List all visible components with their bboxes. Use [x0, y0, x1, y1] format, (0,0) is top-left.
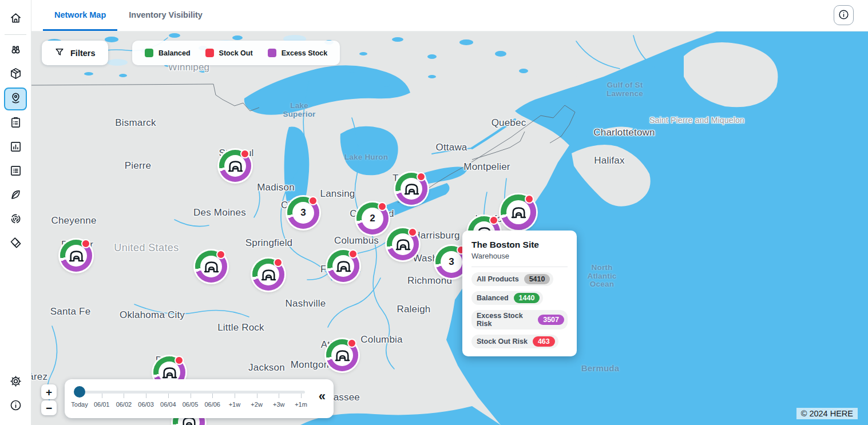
tooltip-metric-label: Balanced — [477, 294, 509, 302]
sidebar-item-insights[interactable] — [5, 137, 26, 158]
tab-inventory-visibility[interactable]: Inventory Visibility — [117, 0, 214, 31]
tab-network-map[interactable]: Network Map — [43, 0, 117, 31]
sidebar-item-demand-planning[interactable] — [5, 39, 26, 61]
tooltip-divider — [471, 267, 568, 267]
tooltip-row: Stock Out Risk463 — [471, 335, 568, 348]
map-site-marker[interactable] — [195, 251, 227, 283]
zoom-out-button[interactable]: − — [41, 400, 57, 415]
funnel-icon — [54, 47, 65, 59]
location-pin-icon — [9, 92, 22, 107]
map-label: Richmond — [407, 276, 452, 286]
warehouse-icon — [401, 178, 422, 200]
sidebar-item-plans[interactable] — [5, 113, 26, 134]
map-label: Little Rock — [217, 323, 264, 333]
sidebar-item-info[interactable] — [5, 395, 26, 417]
map-site-marker[interactable] — [501, 194, 536, 230]
timeline-tick — [102, 394, 102, 398]
sidebar-item-settings[interactable] — [5, 371, 26, 393]
timeline-tick — [191, 394, 191, 398]
timeline-label[interactable]: +1m — [295, 401, 307, 408]
topbar: Network Map Inventory Visibility — [31, 0, 868, 31]
map-label: Columbia — [360, 335, 402, 345]
stock-out-indicator-dot — [216, 250, 225, 259]
tooltip-rows: All Products5410Balanced1440Excess Stock… — [471, 272, 568, 348]
warehouse-icon — [506, 200, 530, 224]
sidebar-item-tracking[interactable] — [5, 209, 26, 231]
filters-button[interactable]: Filters — [42, 41, 108, 65]
clipboard-icon — [9, 116, 22, 132]
tooltip-metric-pill: Excess Stock Risk3507 — [471, 310, 568, 329]
timeline-label[interactable]: 06/02 — [116, 401, 132, 408]
header-info-button[interactable] — [834, 5, 854, 25]
map-site-marker[interactable] — [395, 173, 427, 205]
map-site-marker[interactable] — [326, 339, 358, 371]
timeline-label[interactable]: 06/04 — [160, 401, 176, 408]
network-map-canvas[interactable]: WinnipegBismarckPierreCheyenneDenverSant… — [31, 31, 868, 425]
stock-out-indicator-dot — [525, 194, 534, 204]
map-label: Jackson — [248, 363, 285, 373]
timeline-label[interactable]: Today — [71, 401, 88, 408]
timeline-label[interactable]: 06/06 — [204, 401, 220, 408]
map-label: Lake Huron — [344, 153, 388, 162]
gear-icon — [9, 375, 22, 390]
map-label: North Atlantic Ocean — [587, 264, 616, 289]
map-label: Charlottetown — [593, 128, 655, 138]
legend-label: Stock Out — [219, 49, 253, 57]
timeline-label[interactable]: 06/01 — [94, 401, 110, 408]
stock-out-indicator-dot — [175, 356, 184, 365]
timeline-tick — [235, 394, 235, 398]
sidebar-item-network-map[interactable] — [4, 88, 27, 110]
sidebar-item-work-orders[interactable] — [5, 161, 26, 182]
cluster-count: 3 — [292, 202, 314, 224]
map-label: Cheyenne — [51, 216, 96, 226]
sidebar-item-orders[interactable] — [5, 63, 26, 85]
map-label: Bermuda — [581, 364, 619, 373]
map-label: United States — [114, 243, 179, 253]
timeline-collapse-button[interactable]: « — [319, 388, 326, 405]
legend-swatch — [205, 49, 214, 57]
tooltip-row: All Products5410 — [471, 272, 568, 286]
timeline-label[interactable]: +1w — [229, 401, 241, 408]
map-label: Bismarck — [115, 118, 156, 128]
bar-chart-icon — [9, 140, 22, 156]
map-cluster-marker[interactable]: 3 — [287, 197, 319, 229]
filters-button-label: Filters — [70, 49, 96, 58]
tooltip-metric-badge: 3507 — [538, 315, 564, 325]
timeline-label[interactable]: +2w — [251, 401, 263, 408]
map-site-marker[interactable] — [327, 250, 359, 282]
sidebar-item-home[interactable] — [5, 8, 26, 30]
map-site-marker[interactable] — [252, 259, 284, 291]
timeline-label[interactable]: 06/05 — [183, 401, 199, 408]
warehouse-icon — [332, 255, 354, 277]
tooltip-metric-pill: All Products5410 — [471, 272, 553, 286]
timeline-tick — [212, 394, 213, 398]
map-site-marker[interactable] — [60, 240, 92, 272]
map-label: Lake Superior — [283, 102, 315, 118]
timeline-tick — [168, 394, 169, 398]
map-label: Columbus — [334, 236, 379, 246]
warehouse-icon — [224, 155, 246, 177]
app-window: Network Map Inventory Visibility — [0, 0, 868, 425]
legend-label: Excess Stock — [282, 49, 328, 57]
map-label: Quebec — [492, 118, 526, 128]
radar-icon — [9, 212, 22, 228]
map-site-marker[interactable] — [219, 150, 251, 182]
timeline-handle[interactable] — [74, 386, 85, 398]
map-label: Oklahoma City — [120, 310, 185, 320]
timeline-label[interactable]: +3w — [273, 401, 285, 408]
map-label: Lansing — [320, 189, 355, 199]
map-site-marker[interactable] — [387, 228, 419, 260]
timeline-label[interactable]: 06/03 — [138, 401, 154, 408]
map-label: Pierre — [125, 161, 152, 171]
tooltip-site-type: Warehouse — [471, 252, 568, 260]
tooltip-metric-badge: 463 — [533, 336, 555, 347]
sidebar-item-sustainability[interactable] — [5, 185, 26, 206]
timeline-tick — [124, 394, 124, 398]
stock-out-indicator-dot — [81, 239, 90, 248]
zoom-in-button[interactable]: + — [41, 384, 57, 399]
site-tooltip: The Boston Site Warehouse All Products54… — [462, 231, 577, 356]
warehouse-icon — [392, 233, 414, 255]
legend-item: Balanced — [145, 49, 191, 57]
map-cluster-marker[interactable]: 2 — [356, 202, 389, 235]
sidebar-item-integrations[interactable] — [5, 233, 26, 255]
